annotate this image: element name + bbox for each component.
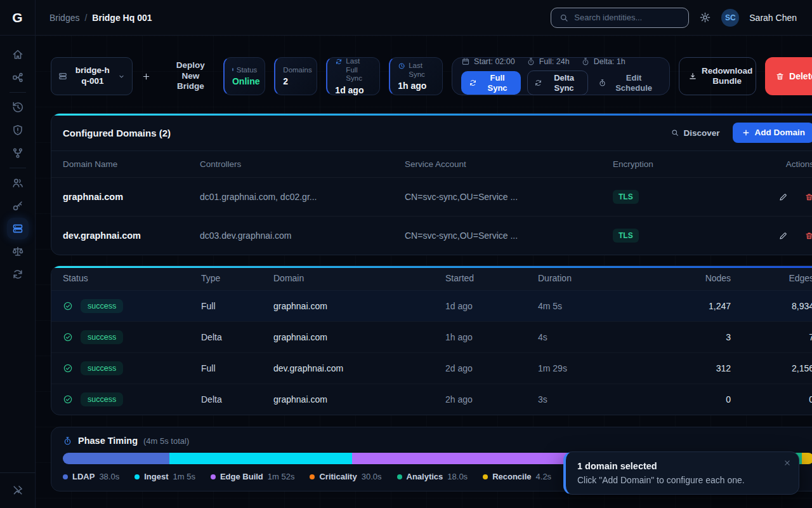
phase-legend-item-criticality: Criticality30.0s <box>310 472 381 481</box>
sync-duration: 3s <box>538 386 633 413</box>
sidebar-item-keys[interactable] <box>7 195 29 217</box>
sidebar-item-network-map[interactable] <box>7 67 29 88</box>
legend-value: 18.0s <box>447 472 468 481</box>
domain-service-account: CN=svc-sync,OU=Service ... <box>405 218 613 253</box>
trash-icon <box>804 192 812 202</box>
col-nodes: Nodes <box>633 266 731 290</box>
sync-history-table: Status Type Domain Started Duration Node… <box>51 265 812 415</box>
domain-row[interactable]: graphnai.com dc01.graphnai.com, dc02.gr.… <box>51 177 812 216</box>
sidebar-item-users[interactable] <box>7 172 29 194</box>
trash-icon <box>775 72 785 81</box>
settings-button[interactable] <box>699 11 711 23</box>
schedule-actions: Full Sync Delta Sync Edit Schedule <box>461 70 660 95</box>
app-logo[interactable]: G <box>0 0 36 36</box>
clock-icon <box>398 62 405 70</box>
pencil-icon <box>778 231 788 241</box>
sidebar-item-bridges[interactable] <box>7 218 29 239</box>
breadcrumb-current: Bridge Hq 001 <box>92 13 152 23</box>
sync-row[interactable]: success Full dev.graphnai.com 2d ago 1m … <box>51 352 812 384</box>
edit-domain-button[interactable] <box>778 231 788 241</box>
pin-off-icon <box>11 484 24 497</box>
col-actions: Actions <box>695 151 812 177</box>
scales-icon <box>11 245 24 258</box>
plus-icon <box>141 72 171 81</box>
last-sync-label: Last Sync <box>398 62 435 79</box>
sidebar-divider <box>10 168 26 168</box>
legend-value: 4.2s <box>536 472 552 481</box>
sidebar-item-sync[interactable] <box>7 264 29 285</box>
full-sync-button[interactable]: Full Sync <box>461 71 521 95</box>
delta-sync-button[interactable]: Delta Sync <box>527 70 588 95</box>
delete-domain-button[interactable] <box>804 231 812 241</box>
delete-bridge-button[interactable]: Delete <box>765 57 812 95</box>
timer-icon <box>598 79 606 87</box>
legend-dot-icon <box>63 474 68 479</box>
sync-started: 2h ago <box>445 386 538 413</box>
sync-icon <box>469 79 477 87</box>
search-box[interactable] <box>551 8 689 28</box>
close-icon <box>783 458 792 467</box>
pencil-icon <box>778 192 788 202</box>
toast-title: 1 domain selected <box>577 461 787 471</box>
domain-actions <box>695 219 812 253</box>
phase-timing-header: Phase Timing (4m 5s total) <box>63 436 812 446</box>
search-input[interactable] <box>574 13 686 22</box>
phase-legend-item-edge-build: Edge Build1m 52s <box>211 472 295 481</box>
sync-domain: graphnai.com <box>273 293 445 319</box>
legend-value: 1m 52s <box>268 472 295 481</box>
status-card-label: Status <box>232 66 257 75</box>
sync-row[interactable]: success Full graphnai.com 1d ago 4m 5s 1… <box>51 290 812 321</box>
history-icon <box>11 101 24 114</box>
edit-schedule-button[interactable]: Edit Schedule <box>594 71 660 95</box>
check-circle-icon <box>63 332 73 342</box>
sidebar-item-pin-toggle[interactable] <box>7 479 29 501</box>
status-badge: success <box>81 392 123 406</box>
sidebar-item-compliance[interactable] <box>7 241 29 262</box>
avatar[interactable]: SC <box>721 9 739 27</box>
phase-segment-ingest <box>169 453 352 464</box>
sidebar-item-git-fork[interactable] <box>7 142 29 164</box>
sync-type: Full <box>201 355 273 382</box>
sync-icon <box>335 58 343 65</box>
bridge-selector[interactable]: bridge-hq-001 <box>51 57 133 95</box>
gear-icon <box>699 11 711 23</box>
breadcrumb-parent[interactable]: Bridges <box>49 13 79 23</box>
sidebar-item-shield-alerts[interactable] <box>7 119 29 141</box>
delete-domain-button[interactable] <box>804 192 812 202</box>
users-icon <box>11 177 24 189</box>
status-dot <box>232 68 233 71</box>
redownload-bundle-button[interactable]: Redownload Bundle <box>679 57 756 95</box>
sidebar-item-home[interactable] <box>7 44 29 65</box>
domain-row[interactable]: dev.graphnai.com dc03.dev.graphnai.com C… <box>51 216 812 255</box>
discover-button[interactable]: Discover <box>671 128 720 138</box>
domain-controllers: dc03.dev.graphnai.com <box>200 218 405 253</box>
git-fork-icon <box>11 147 24 159</box>
legend-dot-icon <box>310 474 315 479</box>
legend-label: Analytics <box>407 472 443 481</box>
domain-controllers: dc01.graphnai.com, dc02.gr... <box>200 180 405 214</box>
domains-panel-title: Configured Domains (2) <box>63 128 171 138</box>
add-domain-button[interactable]: Add Domain <box>733 123 812 143</box>
sync-edges: 2,156 <box>731 355 812 382</box>
legend-value: 1m 5s <box>173 472 195 481</box>
shield-alert-icon <box>11 124 24 137</box>
calendar-icon <box>461 57 470 66</box>
legend-value: 38.0s <box>99 472 119 481</box>
timer-icon <box>581 57 590 66</box>
sync-row[interactable]: success Delta graphnai.com 2h ago 3s 0 0 <box>51 384 812 415</box>
status-badge: success <box>81 299 123 313</box>
phase-legend-item-analytics: Analytics18.0s <box>397 472 468 481</box>
status-badge: success <box>81 330 123 344</box>
sync-type: Delta <box>201 324 273 351</box>
sync-row[interactable]: success Delta graphnai.com 1h ago 4s 3 7 <box>51 321 812 352</box>
last-full-sync-label: Last Full Sync <box>335 57 372 83</box>
check-circle-icon <box>63 394 73 404</box>
phase-legend-item-ldap: LDAP38.0s <box>63 472 119 481</box>
server-icon <box>58 71 68 81</box>
sidebar-item-history[interactable] <box>7 97 29 118</box>
deploy-new-bridge-button[interactable]: Deploy New Bridge <box>141 57 206 95</box>
search-icon <box>559 13 569 23</box>
edit-domain-button[interactable] <box>778 192 788 202</box>
domain-service-account: CN=svc-sync,OU=Service ... <box>405 180 613 214</box>
toast-close-button[interactable] <box>783 458 792 467</box>
